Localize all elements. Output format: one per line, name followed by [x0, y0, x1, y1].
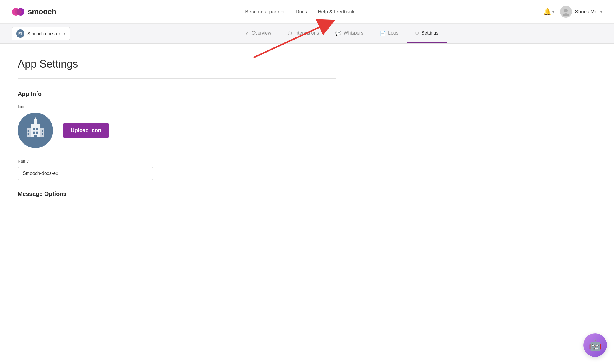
app-selector-name: Smooch-docs-ex	[27, 31, 61, 36]
svg-rect-23	[28, 133, 29, 135]
svg-point-3	[564, 9, 568, 12]
svg-rect-13	[36, 128, 38, 131]
bell-icon: 🔔	[543, 8, 551, 16]
building-icon	[22, 117, 49, 144]
user-chevron-icon: ▾	[600, 10, 602, 14]
app-info-title: App Info	[18, 91, 336, 97]
svg-rect-6	[19, 34, 20, 35]
tab-logs[interactable]: 📄 Logs	[372, 24, 407, 43]
tab-logs-label: Logs	[388, 30, 398, 36]
main-content: App Settings App Info Icon	[0, 44, 354, 211]
tab-integrations[interactable]: ⬡ Integrations	[280, 24, 327, 43]
tab-whispers[interactable]: 💬 Whispers	[327, 24, 372, 43]
svg-rect-12	[33, 128, 35, 131]
sub-nav-tabs: ✓ Overview ⬡ Integrations 💬 Whispers 📄 L…	[82, 24, 602, 43]
svg-rect-15	[36, 132, 38, 134]
message-options-section: Message Options	[18, 191, 336, 197]
svg-rect-20	[40, 128, 44, 137]
app-icon-circle	[18, 113, 53, 148]
user-avatar	[560, 6, 572, 18]
svg-rect-14	[33, 132, 35, 134]
section-divider	[18, 78, 336, 79]
app-icon	[17, 30, 24, 37]
overview-icon: ✓	[245, 30, 249, 36]
logs-icon: 📄	[380, 30, 386, 36]
svg-rect-7	[20, 33, 21, 35]
top-nav-right: 🔔 ▾ Shoes Me ▾	[543, 6, 602, 18]
svg-rect-16	[34, 135, 37, 137]
whispers-icon: 💬	[335, 30, 341, 36]
svg-rect-22	[42, 130, 43, 132]
top-nav: smooch Become a partner Docs Help & feed…	[0, 0, 614, 24]
tab-overview-label: Overview	[252, 30, 271, 36]
logo-area: smooch	[12, 5, 56, 18]
name-field-wrap: Name	[18, 159, 336, 180]
tab-settings[interactable]: ⚙ Settings	[407, 24, 447, 43]
smooch-logo-icon	[12, 5, 25, 18]
top-nav-links: Become a partner Docs Help & feedback	[245, 9, 354, 15]
icon-section: Upload Icon	[18, 113, 336, 148]
docs-link[interactable]: Docs	[295, 9, 307, 15]
sub-nav: Smooch-docs-ex ▾ ✓ Overview ⬡ Integratio…	[0, 24, 614, 44]
tab-integrations-label: Integrations	[294, 30, 319, 36]
upload-icon-button[interactable]: Upload Icon	[63, 123, 109, 138]
settings-icon: ⚙	[415, 30, 419, 36]
svg-rect-21	[28, 130, 29, 132]
message-options-title: Message Options	[18, 191, 336, 197]
app-selector[interactable]: Smooch-docs-ex ▾	[12, 27, 70, 40]
integrations-icon: ⬡	[288, 30, 292, 36]
become-partner-link[interactable]: Become a partner	[245, 9, 285, 15]
svg-rect-18	[35, 118, 36, 120]
svg-point-2	[15, 9, 22, 15]
app-selector-icon	[16, 29, 24, 38]
avatar-icon	[562, 8, 570, 16]
app-info-section: App Info Icon	[18, 91, 336, 180]
svg-point-4	[563, 13, 569, 16]
logo-text: smooch	[28, 7, 56, 16]
user-name-label: Shoes Me	[575, 9, 597, 15]
user-menu[interactable]: Shoes Me ▾	[560, 6, 602, 18]
notifications-bell[interactable]: 🔔 ▾	[543, 8, 554, 16]
tab-settings-label: Settings	[421, 30, 439, 36]
bell-chevron-icon: ▾	[552, 10, 554, 14]
app-selector-chevron-icon: ▾	[64, 32, 65, 36]
app-name-input[interactable]	[18, 167, 153, 180]
svg-rect-24	[42, 133, 43, 135]
tab-overview[interactable]: ✓ Overview	[237, 24, 280, 43]
tab-whispers-label: Whispers	[344, 30, 363, 36]
help-feedback-link[interactable]: Help & feedback	[318, 9, 354, 15]
svg-rect-19	[27, 128, 31, 137]
svg-rect-8	[21, 33, 22, 35]
name-label: Name	[18, 159, 336, 163]
page-title: App Settings	[18, 58, 336, 70]
icon-label: Icon	[18, 104, 336, 109]
